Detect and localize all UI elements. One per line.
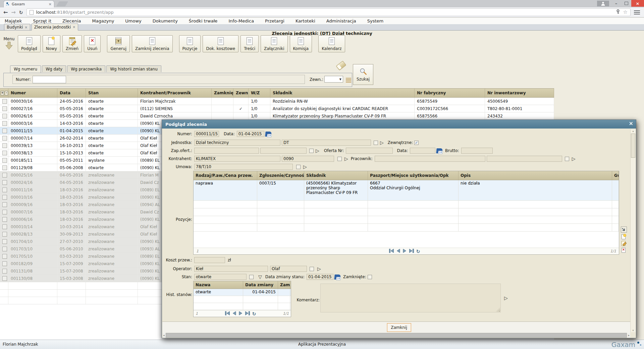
back-icon[interactable]: ← — [3, 10, 8, 15]
zewnetrzne-checkbox[interactable]: ✓ — [414, 141, 419, 145]
menu-maj-tek[interactable]: Majątek — [5, 18, 22, 23]
add-row-icon[interactable] — [621, 234, 626, 239]
calendar-icon[interactable] — [334, 275, 341, 280]
dialog-horizontal-scrollbar[interactable]: ◂ ▸ — [162, 333, 630, 338]
row-checkbox[interactable] — [2, 180, 7, 185]
kontrahent-checkbox[interactable] — [337, 157, 342, 161]
first-page-icon[interactable] — [225, 311, 230, 316]
toolbar-button-komisja[interactable]: Komisja — [290, 35, 312, 52]
reload-icon[interactable]: ↻ — [19, 10, 23, 15]
oferta-data-field[interactable] — [410, 148, 435, 154]
numer-search-input[interactable] — [33, 76, 66, 83]
column-header-zam[interactable]: Zam — [278, 281, 290, 289]
operator-open-icon[interactable]: ▷ — [317, 266, 321, 271]
row-checkbox[interactable] — [2, 143, 7, 148]
last-page-icon[interactable] — [245, 311, 250, 316]
menu-sprz-t-it[interactable]: Sprzęt it — [33, 18, 51, 23]
column-header-zewn[interactable]: Zewn. — [233, 89, 249, 97]
row-checkbox[interactable] — [2, 121, 7, 126]
menu-launcher[interactable]: Menu — [3, 37, 15, 51]
menu-zlecenia[interactable]: Zlecenia — [62, 18, 81, 23]
refresh-icon[interactable]: ↻ — [416, 249, 420, 254]
row-checkbox[interactable] — [2, 158, 7, 163]
menu-rodki-trwa-e[interactable]: Środki trwałe — [189, 18, 218, 23]
app-tab-budynki[interactable]: Budynki× — [4, 24, 30, 30]
komentarz-textarea[interactable] — [320, 284, 501, 312]
column-header-w-z[interactable]: W/Z — [249, 89, 270, 97]
umowa-open-icon[interactable]: ▷ — [303, 164, 307, 169]
row-checkbox[interactable] — [2, 239, 7, 244]
tab-close-icon[interactable]: × — [24, 26, 27, 29]
pracownik-open-icon[interactable]: ▷ — [572, 156, 576, 161]
toolbar-button-za-czniki[interactable]: Załączniki — [261, 35, 287, 52]
row-checkbox[interactable] — [2, 129, 7, 133]
operator-checkbox[interactable] — [310, 267, 314, 271]
bookmark-star-icon[interactable]: ☆ — [623, 10, 628, 15]
stan-checkbox[interactable] — [249, 275, 254, 279]
menu-administracja[interactable]: Administracja — [326, 18, 356, 23]
scrollbar-thumb[interactable] — [631, 134, 635, 158]
column-header-sk-adnik[interactable]: Składnik — [270, 89, 415, 97]
expand-grid-icon[interactable] — [621, 227, 627, 233]
delete-row-icon[interactable]: × — [621, 247, 626, 253]
column-header-sk-adnik[interactable]: Składnik — [304, 171, 368, 180]
tab-close-icon[interactable]: × — [72, 25, 75, 29]
column-header-zg-oszenie-czynno[interactable]: Zgłoszenie/Czynność — [257, 171, 304, 180]
menu-kartoteki[interactable]: Kartoteki — [296, 18, 315, 23]
menu-umowy[interactable]: Umowy — [125, 18, 141, 23]
kontrahent-open-icon[interactable]: ▷ — [344, 156, 348, 161]
calendar-icon[interactable] — [265, 132, 272, 137]
column-header-numer[interactable]: Numer — [8, 89, 57, 97]
search-tab-wg-historii-zmian-stanu[interactable]: Wg historii zmian stanu — [106, 65, 161, 72]
table-row[interactable]: 000030/1624-05-2016otwarteFlorian Majchr… — [0, 98, 554, 105]
column-header-zamkni-te[interactable]: Zamknięte — [212, 89, 233, 97]
prev-page-icon[interactable] — [232, 311, 236, 316]
data-zmiany-field[interactable]: 01-04-2015 — [307, 274, 333, 280]
new-tab-button[interactable] — [56, 1, 68, 6]
calendar-icon[interactable] — [436, 148, 443, 153]
column-header-nazwa[interactable]: Nazwa — [194, 281, 243, 289]
search-tab-wg-daty[interactable]: Wg daty — [42, 65, 66, 72]
app-tab-zlecenia-jednostki[interactable]: Zlecenia jednostki× — [32, 23, 78, 31]
zap-ofert-field1[interactable] — [194, 148, 259, 154]
toolbar-button-pozycje[interactable]: Pozycje — [179, 35, 201, 52]
dialog-close-icon[interactable]: × — [629, 121, 633, 126]
jednostka-field[interactable]: Dział techniczny — [194, 140, 280, 146]
toolbar-button-podgl-d[interactable]: Podgląd — [18, 35, 41, 52]
jednostka-checkbox[interactable] — [374, 141, 378, 145]
zap-ofert-open-icon[interactable]: ▷ — [316, 148, 319, 153]
jednostka-open-icon[interactable]: ▷ — [380, 140, 384, 145]
operator-nazwisko-field[interactable]: Kieł — [194, 266, 268, 272]
url-input[interactable]: localhost :8180/gxstart_prezent/app ☆ — [26, 8, 631, 16]
koszt-field[interactable] — [194, 257, 225, 263]
column-header-data-zmiany[interactable]: Data zmiany — [243, 281, 278, 289]
zamknij-button[interactable]: Zamknij — [387, 323, 411, 332]
dialog-vertical-scrollbar[interactable]: ▴ ▾ — [630, 129, 636, 332]
pracownik-checkbox[interactable] — [565, 157, 569, 161]
row-checkbox[interactable] — [2, 254, 7, 259]
row-checkbox[interactable] — [2, 165, 7, 170]
restore-button[interactable] — [621, 0, 631, 7]
scroll-up-icon[interactable]: ▴ — [631, 130, 636, 133]
row-checkbox[interactable] — [2, 173, 7, 178]
zap-ofert-field2[interactable] — [260, 148, 307, 154]
first-page-icon[interactable] — [389, 249, 394, 254]
row-checkbox[interactable] — [2, 202, 7, 207]
column-header-rodzaj-p-aw-cena-przew[interactable]: Rodzaj/P.aw./Cena przew. — [194, 171, 257, 180]
scroll-down-icon[interactable]: ▾ — [631, 329, 636, 332]
oferta-nr-field[interactable] — [346, 148, 393, 154]
row-checkbox[interactable] — [2, 188, 7, 192]
browser-menu-icon[interactable] — [634, 9, 640, 15]
numer-field[interactable]: 000011/15 — [194, 131, 219, 137]
minimize-button[interactable]: – — [611, 0, 621, 7]
toolbar-button-generuj[interactable]: ▼Generuj — [107, 35, 130, 52]
expand-all-button[interactable]: + — [1, 91, 4, 95]
toolbar-button-usu[interactable]: ×Usuń — [84, 35, 101, 52]
column-header-gw[interactable]: Gw — [612, 171, 619, 180]
stan-field[interactable]: otwarte — [194, 274, 247, 280]
profile-icon[interactable] — [597, 1, 609, 6]
row-checkbox[interactable] — [2, 114, 7, 118]
pozycje-row[interactable]: naprawa0007/15(45006566) Klimatyzator pr… — [194, 180, 619, 201]
toolbar-button-dok-kosztowe[interactable]: Dok. kosztowe — [203, 35, 238, 52]
tab-close-icon[interactable]: × — [49, 2, 52, 6]
